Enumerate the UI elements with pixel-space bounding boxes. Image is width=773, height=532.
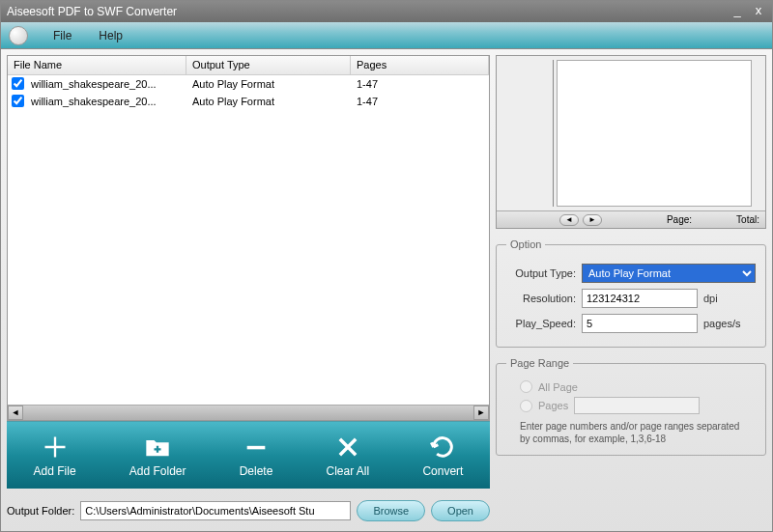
cell-filename: william_shakespeare_20... [25, 95, 186, 108]
cell-type: Auto Play Format [186, 95, 351, 108]
add-folder-button[interactable]: Add Folder [129, 434, 186, 478]
all-page-radio[interactable] [520, 380, 532, 393]
row-checkbox[interactable] [12, 95, 24, 107]
refresh-icon [429, 434, 456, 461]
minimize-button[interactable]: _ [730, 5, 745, 18]
page-label: Page: [667, 214, 692, 225]
col-pages[interactable]: Pages [351, 56, 489, 74]
table-body: william_shakespeare_20... Auto Play Form… [8, 75, 489, 405]
next-page-button[interactable]: ► [583, 214, 602, 226]
pages-label: Pages [538, 400, 568, 411]
page-range-legend: Page Range [506, 357, 573, 369]
clear-all-button[interactable]: Clear All [327, 434, 370, 478]
row-checkbox[interactable] [12, 77, 24, 90]
content-area: File Name Output Type Pages william_shak… [1, 49, 772, 531]
total-label: Total: [736, 214, 759, 225]
close-button[interactable]: x [751, 5, 766, 18]
resolution-input[interactable] [582, 289, 698, 308]
app-icon [9, 26, 28, 45]
play-speed-label: Play_Speed: [506, 318, 576, 329]
x-icon [334, 434, 361, 461]
open-button[interactable]: Open [431, 500, 490, 521]
preview-divider [553, 60, 554, 207]
page-range-fieldset: Page Range All Page Pages Enter page num… [496, 357, 766, 456]
col-output-type[interactable]: Output Type [186, 56, 351, 74]
page-range-hint: Enter page numbers and/or page ranges se… [520, 420, 752, 445]
folder-plus-icon [144, 434, 171, 461]
svg-rect-0 [247, 445, 266, 449]
cell-filename: william_shakespeare_20... [25, 77, 186, 91]
output-folder-input[interactable] [80, 501, 351, 520]
add-file-button[interactable]: Add File [34, 434, 76, 478]
prev-page-button[interactable]: ◄ [559, 214, 579, 226]
scroll-right-arrow[interactable]: ► [473, 406, 489, 420]
browse-button[interactable]: Browse [357, 500, 425, 521]
output-folder-row: Output Folder: Browse Open [7, 496, 490, 525]
menubar: File Help [1, 22, 772, 49]
play-speed-input[interactable] [582, 314, 698, 333]
option-legend: Option [506, 238, 545, 250]
preview-pane: ◄ ► Page: Total: [496, 55, 766, 229]
cell-type: Auto Play Format [186, 77, 351, 91]
pages-input[interactable] [574, 397, 700, 414]
output-type-label: Output Type: [506, 267, 576, 279]
play-speed-unit: pages/s [703, 318, 741, 329]
preview-navigation: ◄ ► Page: Total: [497, 210, 765, 228]
menu-file[interactable]: File [40, 25, 85, 46]
preview-body [497, 56, 765, 210]
output-folder-label: Output Folder: [7, 505, 74, 517]
plus-icon [42, 434, 69, 461]
app-window: Aiseesoft PDF to SWF Converter _ x File … [0, 0, 773, 532]
col-filename[interactable]: File Name [8, 56, 186, 74]
delete-button[interactable]: Delete [240, 434, 273, 478]
window-title: Aiseesoft PDF to SWF Converter [7, 5, 177, 18]
all-page-label: All Page [538, 381, 578, 393]
table-header: File Name Output Type Pages [8, 56, 489, 75]
left-column: File Name Output Type Pages william_shak… [7, 55, 490, 525]
table-row[interactable]: william_shakespeare_20... Auto Play Form… [8, 93, 489, 110]
pages-radio[interactable] [520, 400, 532, 412]
option-fieldset: Option Output Type: Auto Play Format Res… [496, 238, 766, 348]
table-row[interactable]: william_shakespeare_20... Auto Play Form… [8, 75, 489, 93]
convert-button[interactable]: Convert [422, 434, 463, 478]
preview-page [557, 60, 752, 207]
cell-pages: 1-47 [351, 77, 489, 91]
resolution-unit: dpi [703, 293, 718, 304]
resolution-label: Resolution: [506, 293, 576, 304]
scroll-left-arrow[interactable]: ◄ [8, 406, 23, 420]
cell-pages: 1-47 [351, 95, 489, 108]
titlebar: Aiseesoft PDF to SWF Converter _ x [1, 1, 772, 22]
minus-icon [243, 434, 270, 461]
horizontal-scrollbar[interactable]: ◄ ► [8, 405, 489, 420]
right-column: ◄ ► Page: Total: Option Output Type: Aut… [496, 55, 766, 525]
file-table: File Name Output Type Pages william_shak… [7, 55, 490, 421]
action-toolbar: Add File Add Folder Delete Clear All Con… [7, 421, 490, 489]
output-type-select[interactable]: Auto Play Format [582, 264, 756, 283]
menu-help[interactable]: Help [85, 25, 136, 46]
